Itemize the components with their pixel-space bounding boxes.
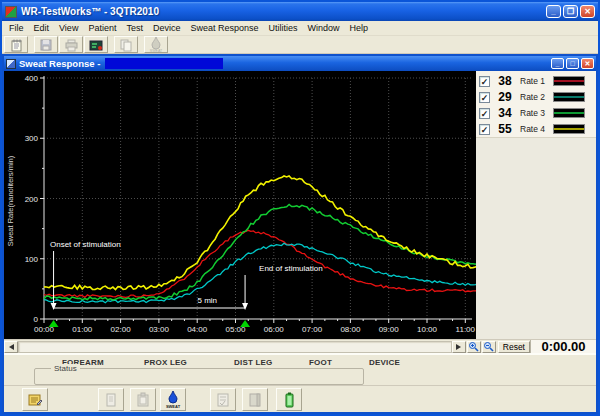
main-window: WR-TestWorks™ - 3QTR2010 _ ❐ ✕ FileEditV… xyxy=(0,0,600,416)
legend-checkbox-4[interactable]: ✓ xyxy=(479,124,490,135)
channel-label-prox-leg: PROX LEG xyxy=(144,358,187,367)
chart-scroll-row: Reset 0:00.00 xyxy=(4,339,596,353)
checklist-button xyxy=(210,388,236,411)
new-note-button[interactable] xyxy=(4,36,28,53)
legend-swatch xyxy=(553,108,585,118)
legend-label: Rate 3 xyxy=(520,108,553,118)
magnifier-plus-icon xyxy=(468,341,479,352)
zoom-out-button[interactable] xyxy=(482,341,496,353)
scrollbar-track[interactable] xyxy=(18,341,452,353)
close-button[interactable]: ✕ xyxy=(580,5,595,18)
svg-text:06:00: 06:00 xyxy=(264,325,285,334)
legend-swatch xyxy=(553,76,585,86)
menu-item-device[interactable]: Device xyxy=(148,22,186,34)
printer-icon xyxy=(63,37,79,53)
battery-button[interactable] xyxy=(276,388,302,411)
copy-icon xyxy=(118,37,134,53)
legend-row-1: ✓38Rate 1 xyxy=(476,73,596,89)
svg-text:09:00: 09:00 xyxy=(379,325,400,334)
timer-display: 0:00.00 xyxy=(530,340,596,354)
menu-item-utilities[interactable]: Utilities xyxy=(264,22,303,34)
chart-legend: ✓38Rate 1✓29Rate 2✓34Rate 3✓55Rate 4 xyxy=(476,71,596,138)
sweat-chart: 010020030040000:0001:0002:0003:0004:0005… xyxy=(4,71,476,339)
save-icon xyxy=(38,37,54,53)
svg-text:Sweat Rate(nanoliters/min): Sweat Rate(nanoliters/min) xyxy=(6,155,15,246)
sweat-drop-icon: SWEAT xyxy=(147,36,165,53)
sweat-test-button[interactable]: SWEAT xyxy=(160,388,186,411)
scroll-right-button[interactable] xyxy=(452,341,466,353)
sweat-button: SWEAT xyxy=(144,36,168,53)
svg-text:200: 200 xyxy=(25,195,39,204)
menu-item-window[interactable]: Window xyxy=(303,22,345,34)
legend-checkbox-1[interactable]: ✓ xyxy=(479,76,490,87)
svg-text:08:00: 08:00 xyxy=(340,325,361,334)
menu-item-file[interactable]: File xyxy=(4,22,29,34)
window-title: WR-TestWorks™ - 3QTR2010 xyxy=(21,6,546,17)
child-titlebar: Sweat Response - _ □ ✕ xyxy=(4,56,596,71)
svg-text:400: 400 xyxy=(25,74,39,83)
legend-value: 55 xyxy=(490,122,520,136)
svg-text:SWEAT: SWEAT xyxy=(150,49,163,53)
yellow-note-icon xyxy=(26,391,44,409)
bottom-toolbar: SWEAT xyxy=(4,385,596,412)
zoom-in-button[interactable] xyxy=(467,341,481,353)
svg-text:02:00: 02:00 xyxy=(111,325,132,334)
child-maximize-button[interactable]: □ xyxy=(566,58,579,69)
child-close-button[interactable]: ✕ xyxy=(581,58,594,69)
legend-checkbox-2[interactable]: ✓ xyxy=(479,92,490,103)
svg-text:0: 0 xyxy=(34,315,39,324)
svg-text:03:00: 03:00 xyxy=(149,325,170,334)
legend-swatch xyxy=(553,124,585,134)
menu-item-help[interactable]: Help xyxy=(345,22,374,34)
note-button[interactable] xyxy=(22,388,48,411)
save-button xyxy=(34,36,58,53)
menu-item-edit[interactable]: Edit xyxy=(29,22,55,34)
side-panel: ✓38Rate 1✓29Rate 2✓34Rate 3✓55Rate 4 xyxy=(476,71,596,339)
child-minimize-button[interactable]: _ xyxy=(551,58,564,69)
legend-value: 29 xyxy=(490,90,520,104)
restore-button[interactable]: ❐ xyxy=(563,5,578,18)
legend-label: Rate 1 xyxy=(520,76,553,86)
svg-text:10:00: 10:00 xyxy=(417,325,438,334)
status-label: Status xyxy=(51,364,80,373)
svg-text:End of stimulation: End of stimulation xyxy=(259,264,323,273)
sweat-drop-blue-icon: SWEAT xyxy=(163,390,183,409)
legend-swatch xyxy=(553,92,585,102)
channel-label-device: DEVICE xyxy=(369,358,400,367)
chart-area: 010020030040000:0001:0002:0003:0004:0005… xyxy=(4,71,476,339)
app-icon xyxy=(5,6,17,18)
legend-label: Rate 2 xyxy=(520,92,553,102)
menu-bar: FileEditViewPatientTestDeviceSweat Respo… xyxy=(2,21,598,36)
sweat-response-window: Sweat Response - _ □ ✕ 010020030040000:0… xyxy=(2,54,598,414)
main-titlebar: WR-TestWorks™ - 3QTR2010 _ ❐ ✕ xyxy=(2,2,598,21)
document-button xyxy=(98,388,124,411)
legend-checkbox-3[interactable]: ✓ xyxy=(479,108,490,119)
menu-item-test[interactable]: Test xyxy=(121,22,148,34)
svg-text:SWEAT: SWEAT xyxy=(166,404,181,409)
legend-value: 34 xyxy=(490,106,520,120)
main-toolbar: SWEAT xyxy=(2,36,598,54)
child-window-icon xyxy=(6,59,16,69)
svg-text:Onset of stimulation: Onset of stimulation xyxy=(50,240,121,249)
svg-text:07:00: 07:00 xyxy=(302,325,323,334)
svg-text:5 min: 5 min xyxy=(198,296,218,305)
log-book-button xyxy=(242,388,268,411)
menu-item-patient[interactable]: Patient xyxy=(83,22,121,34)
patient-name-redacted xyxy=(105,58,223,69)
document-icon xyxy=(102,391,120,409)
scroll-left-button[interactable] xyxy=(4,341,18,353)
svg-text:100: 100 xyxy=(25,255,39,264)
legend-value: 38 xyxy=(490,74,520,88)
legend-row-2: ✓29Rate 2 xyxy=(476,89,596,105)
legend-row-4: ✓55Rate 4 xyxy=(476,121,596,137)
menu-item-sweat-response[interactable]: Sweat Response xyxy=(185,22,263,34)
device-button[interactable] xyxy=(84,36,108,53)
minimize-button[interactable]: _ xyxy=(546,5,561,18)
svg-text:04:00: 04:00 xyxy=(187,325,208,334)
legend-label: Rate 4 xyxy=(520,124,553,134)
reset-button[interactable]: Reset xyxy=(498,341,530,353)
print-button xyxy=(59,36,83,53)
channel-panel: FOREARMPROX LEGDIST LEGFOOTDEVICE Status xyxy=(4,353,596,385)
magnifier-minus-icon xyxy=(483,341,494,352)
menu-item-view[interactable]: View xyxy=(54,22,83,34)
